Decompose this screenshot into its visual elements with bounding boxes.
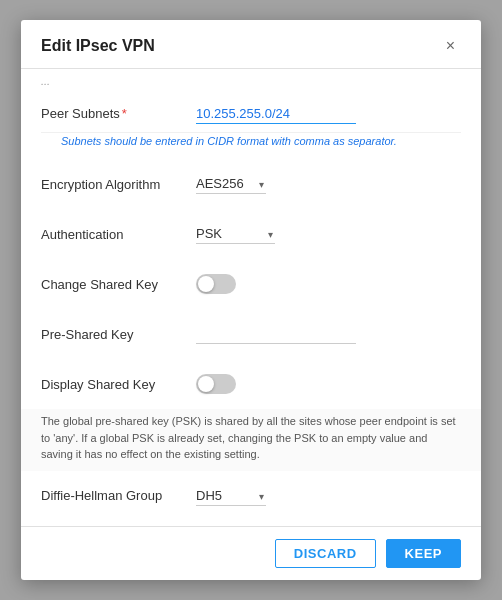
encryption-row: Encryption Algorithm AES256 AES128 3DES …	[41, 165, 461, 203]
discard-button[interactable]: DISCARD	[275, 539, 376, 568]
authentication-select-wrapper: PSK Certificate ▾	[196, 224, 275, 244]
modal-footer: DISCARD KEEP	[21, 526, 481, 580]
peer-subnets-row: Peer Subnets*	[41, 95, 461, 133]
pre-shared-key-row: Pre-Shared Key	[41, 315, 461, 353]
peer-subnets-input[interactable]	[196, 104, 356, 124]
authentication-row: Authentication PSK Certificate ▾	[41, 215, 461, 253]
dh-group-select-wrapper: DH5 DH2 DH14 ▾	[196, 486, 266, 506]
modal-body: ... Peer Subnets* Subnets should be ente…	[21, 69, 481, 526]
modal-header: Edit IPsec VPN ×	[21, 20, 481, 69]
change-shared-key-row: Change Shared Key	[41, 265, 461, 303]
display-shared-key-label: Display Shared Key	[41, 377, 196, 392]
display-shared-key-toggle[interactable]	[196, 374, 236, 394]
dh-group-section: Diffie-Hellman Group DH5 DH2 DH14 ▾	[21, 471, 481, 521]
scroll-fade-top: ...	[21, 69, 481, 89]
pre-shared-key-label: Pre-Shared Key	[41, 327, 196, 342]
change-shared-key-control	[196, 274, 461, 294]
peer-subnets-hint: Subnets should be entered in CIDR format…	[41, 133, 461, 153]
authentication-section: Authentication PSK Certificate ▾	[21, 209, 481, 259]
change-shared-key-label: Change Shared Key	[41, 277, 196, 292]
encryption-select[interactable]: AES256 AES128 3DES DES	[196, 174, 266, 194]
dh-group-select[interactable]: DH5 DH2 DH14	[196, 486, 266, 506]
keep-button[interactable]: KEEP	[386, 539, 461, 568]
modal-overlay: Edit IPsec VPN × ... Peer Subnets* Subne…	[0, 0, 502, 600]
dh-group-control: DH5 DH2 DH14 ▾	[196, 486, 461, 506]
encryption-label: Encryption Algorithm	[41, 177, 196, 192]
display-shared-key-section: Display Shared Key	[21, 359, 481, 409]
display-shared-key-control	[196, 374, 461, 394]
psk-info-text: The global pre-shared key (PSK) is share…	[21, 409, 481, 471]
display-shared-key-row: Display Shared Key	[41, 365, 461, 403]
change-shared-key-toggle[interactable]	[196, 274, 236, 294]
dh-group-label: Diffie-Hellman Group	[41, 488, 196, 503]
change-shared-key-section: Change Shared Key	[21, 259, 481, 309]
authentication-select[interactable]: PSK Certificate	[196, 224, 275, 244]
pre-shared-key-input[interactable]	[196, 324, 356, 344]
dh-group-row: Diffie-Hellman Group DH5 DH2 DH14 ▾	[41, 477, 461, 515]
peer-subnets-control	[196, 104, 461, 124]
peer-subnets-section: Peer Subnets* Subnets should be entered …	[21, 89, 481, 159]
edit-ipsec-vpn-modal: Edit IPsec VPN × ... Peer Subnets* Subne…	[21, 20, 481, 580]
pre-shared-key-control	[196, 324, 461, 344]
authentication-control: PSK Certificate ▾	[196, 224, 461, 244]
change-shared-key-thumb	[198, 276, 214, 292]
modal-title: Edit IPsec VPN	[41, 37, 155, 55]
close-button[interactable]: ×	[440, 36, 461, 56]
encryption-select-wrapper: AES256 AES128 3DES DES ▾	[196, 174, 266, 194]
pre-shared-key-section: Pre-Shared Key	[21, 309, 481, 359]
encryption-control: AES256 AES128 3DES DES ▾	[196, 174, 461, 194]
encryption-section: Encryption Algorithm AES256 AES128 3DES …	[21, 159, 481, 209]
display-shared-key-thumb	[198, 376, 214, 392]
peer-subnets-label: Peer Subnets*	[41, 106, 196, 121]
authentication-label: Authentication	[41, 227, 196, 242]
